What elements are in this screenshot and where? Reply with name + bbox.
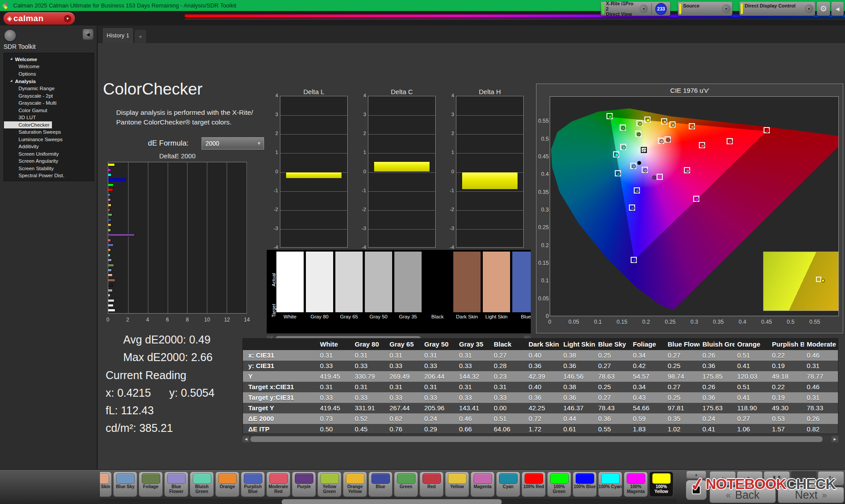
chevron-down-icon[interactable]: ▼ xyxy=(805,4,813,13)
deltae-bar-yellow xyxy=(108,204,111,207)
y-tick-label: 2 xyxy=(441,131,454,136)
patch-tile-blue-sky[interactable]: Blue Sky xyxy=(113,471,137,497)
patch-tile-100-blue[interactable]: 100% Blue xyxy=(573,471,597,497)
patch-tile-cyan[interactable]: Cyan xyxy=(496,471,520,497)
add-tab-button[interactable]: + xyxy=(135,30,146,43)
patch-tile-foliage[interactable]: Foliage xyxy=(139,471,163,497)
table-scrollbar-thumb[interactable] xyxy=(250,436,823,442)
sidebar-collapse-button[interactable]: ◀ xyxy=(83,29,93,40)
sidebar-item-colorchecker[interactable]: ColorChecker xyxy=(4,121,52,129)
transport-button-2[interactable]: ❚❚ xyxy=(764,471,790,486)
patch-tile-100-magenta[interactable]: 100% Magenta xyxy=(624,471,648,497)
chevron-down-icon[interactable]: ▼ xyxy=(722,4,731,13)
patch-tile-100-yellow[interactable]: 100% Yellow xyxy=(649,471,673,497)
target-swatch xyxy=(306,282,333,312)
table-cell: 0.46 xyxy=(804,382,838,392)
back-button[interactable]: « Back xyxy=(709,487,776,503)
patch-tile-green[interactable]: Green xyxy=(394,471,418,497)
patch-tile-moderate-red[interactable]: Moderate Red xyxy=(266,471,290,497)
sidebar-item-3d-lut[interactable]: 3D LUT xyxy=(4,114,94,121)
chevron-down-icon[interactable]: ▼ xyxy=(64,15,71,22)
scroll-left-icon[interactable]: ◀ xyxy=(242,436,250,442)
sidebar-group-welcome[interactable]: Welcome xyxy=(4,55,94,63)
de-formula-dropdown[interactable]: 2000 ▼ xyxy=(202,137,264,150)
table-cell: 0.41 xyxy=(735,392,769,403)
sidebar-group-analysis[interactable]: Analysis xyxy=(4,77,94,85)
patch-tile-red[interactable]: Red xyxy=(419,471,444,497)
gridline xyxy=(368,115,435,116)
settings-button[interactable]: ⚙ xyxy=(817,2,830,16)
tab-history-1[interactable]: History 1 xyxy=(102,27,134,43)
sidebar-item-options[interactable]: Options xyxy=(4,70,94,78)
expand-up-button[interactable]: ▲ xyxy=(687,471,706,478)
patch-tile-bluish-green[interactable]: Bluish Green xyxy=(190,471,214,497)
sidebar-item-dynamic-range[interactable]: Dynamic Range xyxy=(4,85,94,92)
table-cell: 0.34 xyxy=(630,350,665,361)
table-cell: 0.29 xyxy=(422,424,456,434)
table-cell: 0.19 xyxy=(769,361,804,371)
gridline xyxy=(368,134,435,135)
transport-button-1[interactable]: ▶ xyxy=(737,471,763,486)
patch-tile-orange[interactable]: Orange xyxy=(215,471,239,497)
patch-tile-purple[interactable]: Purple xyxy=(292,471,316,497)
delta-chart-delta-c xyxy=(368,96,436,248)
sidebar-record-button[interactable] xyxy=(4,30,16,41)
sidebar-item-spectral-power-dist-[interactable]: Spectral Power Dist. xyxy=(4,172,94,179)
patch-tile-100-red[interactable]: 100% Red xyxy=(522,471,546,497)
actual-swatch xyxy=(453,252,481,282)
patch-tile-label: Purplish Blue xyxy=(241,485,265,494)
sidebar-item-additivity[interactable]: Additivity xyxy=(4,143,94,150)
patch-bar-scrollbar-thumb[interactable] xyxy=(282,499,502,504)
sidebar-item-welcome[interactable]: Welcome xyxy=(4,63,94,70)
patch-tile-blue-flower[interactable]: Blue Flower xyxy=(164,471,188,497)
deltae-bar-blue-flower xyxy=(108,259,112,262)
sidebar-item-screen-angularity[interactable]: Screen Angularity xyxy=(4,157,94,165)
cie-measured-white-grays xyxy=(643,149,647,153)
calman-menu-button[interactable]: ◈ calman ▼ xyxy=(4,12,75,25)
swatch-label: Gray 80 xyxy=(306,314,333,319)
chevron-down-icon[interactable]: ▼ xyxy=(639,4,648,13)
patch-tile-100-cyan[interactable]: 100% Cyan xyxy=(598,471,622,497)
panel-collapse-button[interactable]: ◀ xyxy=(831,2,844,16)
patch-tile-yellow-green[interactable]: Yellow Green xyxy=(317,471,342,497)
sidebar-item-grayscale-2pt[interactable]: Grayscale - 2pt xyxy=(4,92,94,100)
sidebar-item-screen-stability[interactable]: Screen Stability xyxy=(4,165,94,172)
patch-tile-magenta[interactable]: Magenta xyxy=(470,471,495,497)
cie-y-tick: 0.05 xyxy=(535,296,549,302)
patch-tile-label: 100% Blue xyxy=(573,485,595,489)
table-cell: 0.25 xyxy=(595,382,630,392)
display-control-dropdown[interactable]: Direct Display Control ▼ xyxy=(739,2,815,16)
patch-tile-purplish-blue[interactable]: Purplish Blue xyxy=(241,471,265,497)
sidebar-item-screen-uniformity[interactable]: Screen Uniformity xyxy=(4,150,94,158)
patch-tile-orange-yellow[interactable]: Orange Yellow xyxy=(343,471,367,497)
scroll-right-icon[interactable]: ▶ xyxy=(831,436,838,442)
patch-tile-100-green[interactable]: 100% Green xyxy=(547,471,571,497)
deltae-bar-purplish-blue xyxy=(108,244,114,247)
transport-button-4[interactable]: ↻ xyxy=(818,471,844,486)
source-dropdown[interactable]: Source ▼ xyxy=(678,2,732,16)
meter-dropdown[interactable]: X-Rite i1Pro 2 Direct View ▼ 233 xyxy=(601,2,670,16)
gridline xyxy=(280,134,347,135)
patch-tile-swatch xyxy=(193,473,211,484)
patch-tile-yellow[interactable]: Yellow xyxy=(445,471,469,497)
stop-button[interactable] xyxy=(686,480,707,500)
transport-button-3[interactable]: ∞ xyxy=(791,471,817,486)
patch-tile-blue[interactable]: Blue xyxy=(368,471,393,497)
y-tick-label: -4 xyxy=(265,245,278,250)
cie-measured-orange-yellow xyxy=(671,123,675,127)
patch-bar-scrollbar[interactable] xyxy=(100,499,676,504)
sidebar-item-saturation-sweeps[interactable]: Saturation Sweeps xyxy=(4,128,94,136)
table-scrollbar[interactable]: ◀ ▶ xyxy=(242,436,838,442)
sidebar-item-luminance-sweeps[interactable]: Luminance Sweeps xyxy=(4,136,94,143)
next-button[interactable]: Next » xyxy=(778,487,844,503)
patch-tile-swatch xyxy=(244,473,262,484)
sidebar-item-color-gamut[interactable]: Color Gamut xyxy=(4,107,94,114)
patch-tile-light-skin[interactable]: Light Skin xyxy=(100,471,112,497)
table-cell: 0.38 xyxy=(561,350,595,361)
cie-x-tick: 0.45 xyxy=(758,319,775,325)
sidebar-item-grayscale-multi[interactable]: Grayscale - Multi xyxy=(4,99,94,107)
current-patch-preview xyxy=(763,252,839,311)
patch-tile-label: Foliage xyxy=(143,485,158,489)
transport-button-0[interactable]: ● xyxy=(709,471,736,486)
gridline xyxy=(456,210,523,211)
